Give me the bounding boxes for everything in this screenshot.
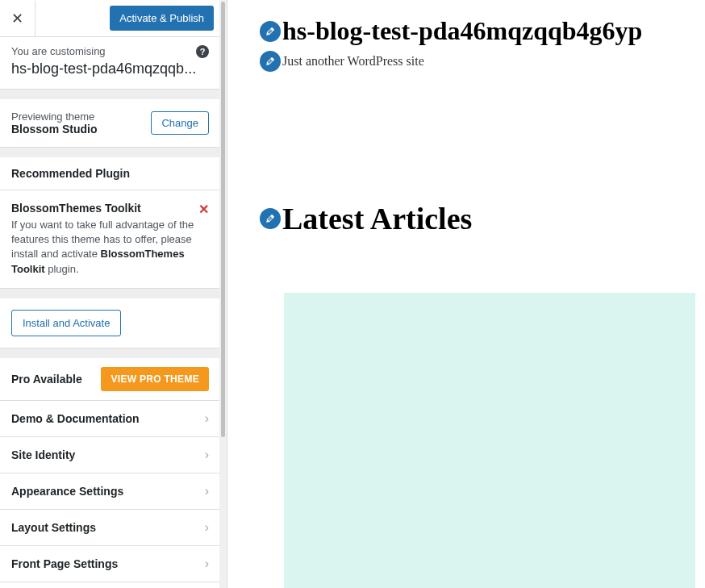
site-name-display: hs-blog-test-pda46mqzqqb...: [11, 60, 209, 77]
edit-shortcut-tagline[interactable]: [260, 51, 281, 72]
change-theme-button[interactable]: Change: [151, 111, 209, 135]
chevron-right-icon: ›: [205, 448, 209, 462]
preview-theme-name: Blossom Studio: [11, 123, 98, 136]
pro-available-label: Pro Available: [11, 373, 82, 386]
menu-item-label: Site Identity: [11, 448, 75, 461]
plugin-notice: BlossomThemes Toolkit ✕ If you want to t…: [0, 190, 220, 289]
menu-item-demo-documentation[interactable]: Demo & Documentation ›: [0, 401, 220, 437]
chevron-right-icon: ›: [205, 520, 209, 535]
activate-publish-button[interactable]: Activate & Publish: [110, 6, 214, 31]
menu-item-site-identity[interactable]: Site Identity ›: [0, 437, 220, 473]
menu-item-label: Layout Settings: [11, 521, 96, 534]
install-activate-button[interactable]: Install and Activate: [11, 310, 121, 336]
plugin-notice-description: If you want to take full advantage of th…: [11, 218, 209, 277]
latest-articles-heading: Latest Articles: [282, 202, 472, 236]
site-tagline-row: Just another WordPress site: [260, 51, 693, 72]
plugin-notice-title: BlossomThemes Toolkit: [11, 202, 209, 215]
recommended-plugin-header: Recommended Plugin: [0, 157, 220, 190]
menu-item-appearance-settings[interactable]: Appearance Settings ›: [0, 473, 220, 510]
menu-item-label: Front Page Settings: [11, 557, 118, 570]
pencil-icon: [265, 26, 276, 37]
preview-area: hs-blog-test-pda46mqzqqb4g6yp Just anoth…: [227, 0, 705, 588]
menu-item-front-page-settings[interactable]: Front Page Settings ›: [0, 546, 220, 582]
customizing-section: You are customising ? hs-blog-test-pda46…: [0, 37, 220, 90]
pro-section: Pro Available VIEW PRO THEME: [0, 358, 220, 401]
preview-site-title: hs-blog-test-pda46mqzqqb4g6yp: [282, 16, 642, 45]
preview-site-tagline: Just another WordPress site: [282, 54, 424, 68]
chevron-right-icon: ›: [205, 484, 209, 498]
sidebar-header: ✕ Activate & Publish: [0, 0, 220, 37]
close-icon: ✕: [11, 10, 23, 27]
customizer-sidebar: ✕ Activate & Publish You are customising…: [0, 0, 227, 588]
pencil-icon: [265, 56, 276, 67]
preview-theme-section: Previewing theme Blossom Studio Change: [0, 99, 220, 148]
close-button[interactable]: ✕: [0, 1, 35, 36]
menu-item-general-settings[interactable]: General Settings ›: [0, 582, 220, 588]
help-icon[interactable]: ?: [196, 45, 209, 58]
scrollbar-thumb[interactable]: [221, 2, 225, 437]
preview-theme-label: Previewing theme: [11, 111, 98, 123]
plugin-notice-close-icon[interactable]: ✕: [198, 202, 209, 217]
chevron-right-icon: ›: [205, 411, 209, 426]
site-title-row: hs-blog-test-pda46mqzqqb4g6yp: [260, 16, 693, 46]
pencil-icon: [265, 213, 276, 224]
article-image-placeholder: [284, 293, 695, 588]
menu-item-layout-settings[interactable]: Layout Settings ›: [0, 510, 220, 546]
edit-shortcut-title[interactable]: [260, 21, 281, 42]
menu-item-label: Appearance Settings: [11, 485, 123, 498]
scrollbar-track: [219, 0, 227, 588]
view-pro-theme-button[interactable]: VIEW PRO THEME: [101, 367, 209, 391]
chevron-right-icon: ›: [205, 557, 209, 571]
menu-item-label: Demo & Documentation: [11, 412, 140, 425]
edit-shortcut-articles[interactable]: [260, 208, 281, 229]
latest-articles-row: Latest Articles: [260, 201, 693, 236]
customizing-label: You are customising: [11, 45, 209, 57]
install-section: Install and Activate: [0, 298, 220, 348]
